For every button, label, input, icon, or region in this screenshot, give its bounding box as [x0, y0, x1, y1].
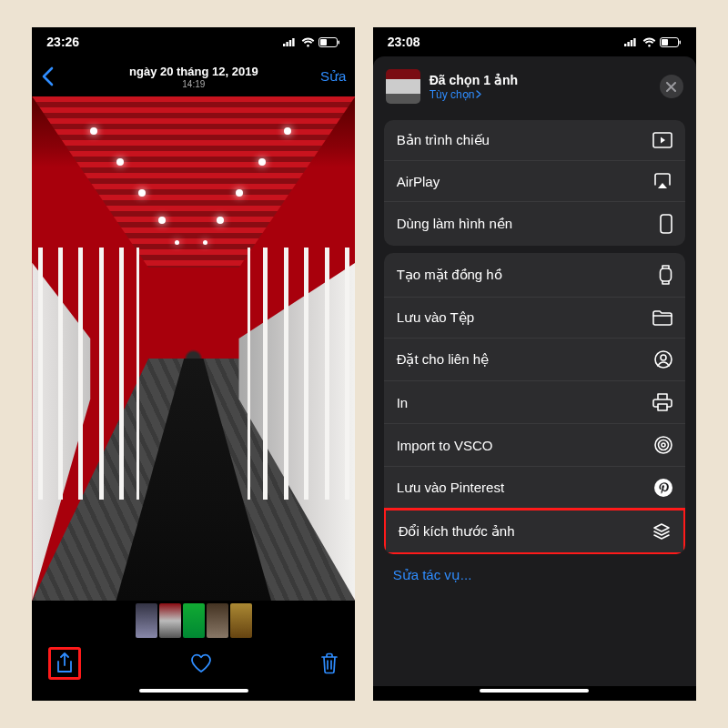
action-label: Lưu vào Pinterest — [397, 480, 504, 496]
contact-icon — [654, 350, 672, 369]
options-button[interactable]: Tùy chọn — [430, 88, 518, 101]
phone-left: 23:26 ngày 20 tháng 12, 2019 14:19 Sửa — [32, 27, 355, 701]
action-label: In — [397, 395, 409, 410]
svg-rect-5 — [320, 39, 327, 46]
cellular-icon — [283, 37, 298, 46]
action-group-1: Bản trình chiếuAirPlayDùng làm hình nền — [384, 120, 685, 246]
watch-icon — [659, 265, 672, 285]
status-bar: 23:26 — [32, 27, 355, 56]
nav-title: ngày 20 tháng 12, 2019 14:19 — [32, 65, 355, 89]
action-label: Đặt cho liên hệ — [397, 351, 489, 368]
svg-rect-3 — [293, 38, 295, 46]
action-group-2: Tạo mặt đồng hồLưu vào TệpĐặt cho liên h… — [384, 253, 685, 554]
svg-rect-15 — [661, 215, 672, 233]
action-label: Đổi kích thước ảnh — [399, 523, 515, 540]
close-icon — [666, 82, 676, 92]
svg-rect-19 — [658, 404, 667, 410]
action-row-resize[interactable]: Đổi kích thước ảnh — [384, 508, 685, 554]
svg-point-18 — [661, 355, 666, 360]
share-sheet: Đã chọn 1 ảnh Tùy chọn Bản trình chiếuAi… — [373, 56, 696, 686]
svg-point-22 — [662, 443, 665, 447]
action-row-vsco[interactable]: Import to VSCO — [384, 423, 685, 466]
action-row-contact[interactable]: Đặt cho liên hệ — [384, 338, 685, 380]
share-button[interactable] — [48, 647, 81, 680]
nav-date: ngày 20 tháng 12, 2019 — [32, 65, 355, 78]
resize-icon — [652, 522, 671, 541]
wifi-icon — [642, 37, 656, 47]
action-row-phone-frame[interactable]: Dùng làm hình nền — [384, 201, 685, 246]
action-label: Lưu vào Tệp — [397, 309, 474, 326]
svg-rect-7 — [624, 44, 626, 46]
thumbnail-strip[interactable] — [32, 601, 355, 641]
action-label: Import to VSCO — [397, 438, 493, 453]
svg-rect-16 — [660, 268, 671, 281]
svg-point-21 — [658, 440, 668, 450]
status-time: 23:26 — [46, 35, 79, 49]
favorite-button[interactable] — [190, 653, 212, 673]
action-label: AirPlay — [397, 174, 440, 189]
delete-button[interactable] — [320, 652, 339, 674]
edit-button[interactable]: Sửa — [320, 68, 346, 85]
action-row-airplay[interactable]: AirPlay — [384, 160, 685, 201]
svg-rect-13 — [679, 40, 681, 44]
svg-rect-2 — [289, 40, 291, 46]
phone-right: 23:08 Đã chọn 1 ảnh Tùy chọn — [373, 27, 696, 701]
action-row-slideshow[interactable]: Bản trình chiếu — [384, 120, 685, 160]
svg-rect-1 — [287, 42, 288, 46]
action-row-folder[interactable]: Lưu vào Tệp — [384, 297, 685, 338]
status-icons — [283, 37, 340, 47]
cellular-icon — [624, 37, 639, 46]
nav-time: 14:19 — [32, 79, 355, 89]
home-indicator — [32, 686, 355, 701]
folder-icon — [652, 309, 672, 326]
status-time: 23:08 — [388, 35, 420, 49]
svg-rect-10 — [633, 38, 635, 46]
wifi-icon — [301, 37, 315, 47]
action-label: Dùng làm hình nền — [397, 216, 512, 232]
slideshow-icon — [652, 132, 672, 148]
close-button[interactable] — [660, 75, 683, 98]
home-indicator — [373, 686, 696, 701]
action-label: Tạo mặt đồng hồ — [397, 267, 502, 283]
action-row-print[interactable]: In — [384, 380, 685, 423]
bottom-toolbar — [32, 641, 355, 686]
action-row-watch[interactable]: Tạo mặt đồng hồ — [384, 253, 685, 297]
status-bar: 23:08 — [373, 27, 696, 56]
battery-icon — [318, 37, 340, 47]
selected-count: Đã chọn 1 ảnh — [430, 73, 518, 87]
edit-actions-button[interactable]: Sửa tác vụ... — [373, 554, 696, 596]
svg-rect-6 — [339, 40, 340, 44]
vsco-icon — [654, 436, 672, 454]
selected-thumbnail — [386, 69, 420, 104]
svg-rect-12 — [662, 39, 668, 46]
svg-rect-8 — [627, 42, 629, 46]
airplay-icon — [652, 173, 672, 189]
action-row-pinterest[interactable]: Lưu vào Pinterest — [384, 466, 685, 509]
battery-icon — [660, 37, 682, 47]
chevron-right-icon — [476, 90, 481, 98]
nav-bar: ngày 20 tháng 12, 2019 14:19 Sửa — [32, 56, 355, 96]
pinterest-icon — [654, 479, 672, 497]
svg-rect-9 — [630, 40, 632, 46]
photo-viewer[interactable] — [32, 96, 355, 601]
print-icon — [652, 393, 672, 411]
action-label: Bản trình chiếu — [397, 132, 490, 148]
status-icons — [624, 37, 682, 47]
back-button[interactable] — [41, 66, 54, 86]
svg-rect-0 — [283, 44, 285, 46]
sheet-header: Đã chọn 1 ảnh Tùy chọn — [373, 56, 696, 113]
phone-frame-icon — [660, 214, 672, 234]
